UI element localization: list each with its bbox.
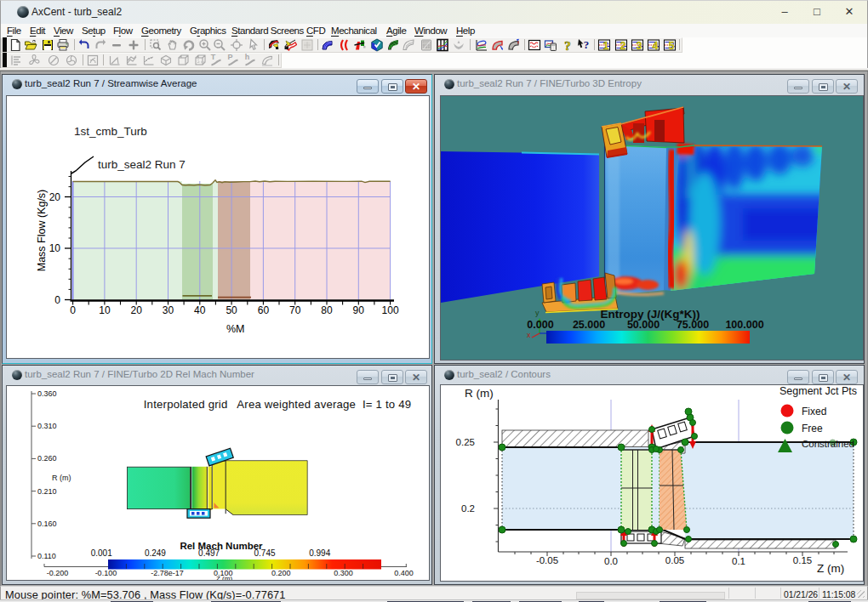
svg-text:-0.05: -0.05 (536, 555, 558, 565)
svg-text:5: 5 (669, 40, 675, 52)
svg-text:Z (m): Z (m) (817, 562, 844, 575)
svg-text:y: y (535, 309, 540, 317)
svg-text:30: 30 (163, 304, 174, 316)
svg-text:0.001: 0.001 (91, 548, 112, 558)
svg-text:2: 2 (620, 40, 626, 52)
svg-text:0.497: 0.497 (198, 548, 220, 558)
svg-text:-0.200: -0.200 (47, 569, 69, 577)
svg-text:0.400: 0.400 (394, 569, 414, 577)
svg-text:75.000: 75.000 (677, 319, 709, 331)
svg-text:20: 20 (49, 191, 61, 203)
svg-text:80: 80 (321, 304, 333, 316)
svg-text:0.249: 0.249 (145, 548, 166, 558)
svg-text:100.000: 100.000 (725, 319, 763, 331)
svg-text:0.0: 0.0 (604, 556, 618, 566)
svg-text:0.260: 0.260 (37, 454, 57, 463)
svg-text:0: 0 (54, 294, 60, 306)
svg-text:0.05: 0.05 (665, 555, 684, 565)
svg-text:0.15: 0.15 (793, 555, 812, 565)
svg-text:90: 90 (353, 304, 365, 316)
svg-text:Constrained: Constrained (802, 439, 854, 449)
svg-text:Free: Free (802, 423, 823, 434)
svg-text:0.200: 0.200 (271, 569, 291, 577)
svg-text:Rel Mach Number: Rel Mach Number (180, 541, 263, 551)
svg-text:?: ? (584, 38, 590, 51)
svg-text:T: T (211, 54, 216, 61)
svg-text:0.310: 0.310 (37, 422, 57, 430)
svg-text:3: 3 (637, 40, 642, 52)
svg-text:70: 70 (289, 304, 301, 316)
svg-text:?: ? (564, 39, 571, 53)
svg-text:-2.78e-17: -2.78e-17 (151, 569, 184, 577)
svg-text:0.2: 0.2 (461, 503, 475, 514)
svg-text:0: 0 (70, 304, 76, 316)
svg-text:0.160: 0.160 (37, 520, 57, 528)
svg-text:Segment Jct Pts: Segment Jct Pts (779, 385, 857, 397)
svg-text:0.994: 0.994 (309, 548, 330, 558)
svg-text:turb_seal2 Run 7: turb_seal2 Run 7 (98, 158, 186, 171)
svg-text:R (m): R (m) (52, 474, 71, 482)
svg-text:P: P (227, 54, 232, 61)
svg-text:0.1: 0.1 (732, 556, 745, 566)
svg-text:R (m): R (m) (465, 387, 494, 400)
svg-text:0.210: 0.210 (37, 487, 57, 496)
svg-text:x: x (527, 331, 531, 339)
svg-text:50.000: 50.000 (627, 319, 660, 331)
svg-text:4: 4 (653, 40, 659, 52)
svg-text:0.360: 0.360 (37, 389, 57, 398)
svg-text:1: 1 (603, 40, 609, 52)
svg-text:-0.100: -0.100 (95, 569, 117, 577)
svg-text:1st_cmb_Turb: 1st_cmb_Turb (74, 125, 147, 138)
svg-text:%M: %M (226, 323, 245, 335)
svg-text:0.000: 0.000 (527, 319, 553, 331)
svg-text:Mass Flow (Kg/s): Mass Flow (Kg/s) (36, 190, 48, 272)
svg-text:0.300: 0.300 (334, 569, 353, 577)
svg-text:10: 10 (49, 242, 61, 254)
svg-text:h: h (245, 54, 250, 61)
svg-text:0.110: 0.110 (37, 552, 56, 560)
svg-text:60: 60 (258, 304, 270, 316)
svg-text:25.000: 25.000 (573, 319, 605, 331)
svg-text:100: 100 (382, 304, 399, 316)
svg-text:50: 50 (226, 304, 237, 316)
svg-text:Interpolated grid Area weigh: Interpolated grid Area weighted average … (144, 398, 412, 411)
svg-text:40: 40 (194, 304, 206, 316)
svg-text:20: 20 (131, 304, 143, 316)
svg-text:10: 10 (99, 304, 111, 316)
svg-text:Fixed: Fixed (802, 406, 826, 417)
svg-text:0.745: 0.745 (254, 548, 275, 558)
svg-text:0.25: 0.25 (456, 437, 475, 447)
svg-text:Z (m): Z (m) (216, 575, 232, 580)
